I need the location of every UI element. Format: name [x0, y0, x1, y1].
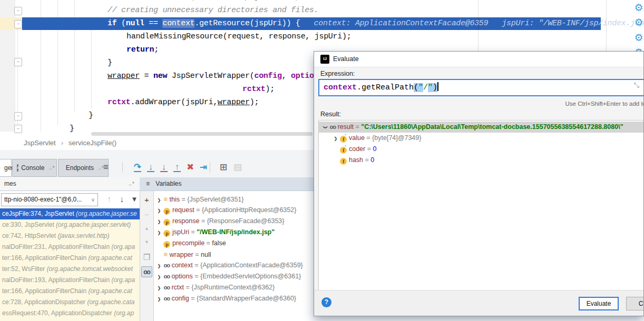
parameter-icon: p	[163, 219, 170, 226]
variable-row[interactable]: ❯ oo rctxt = {JspRuntimeContext@6362}	[154, 282, 314, 293]
variable-row[interactable]: ❯ ≡ this = {JspServlet@6351}	[154, 194, 314, 205]
tab-ger[interactable]: ger	[0, 159, 12, 177]
parameter-icon: p	[163, 230, 170, 237]
frame-package: (org.apache.cat	[88, 287, 132, 295]
variable-row[interactable]: ❯ oo options = {EmbeddedServletOptions@6…	[154, 271, 314, 282]
right-margin-guide-segment	[478, 17, 479, 30]
move-up-icon[interactable]: ▲	[141, 223, 152, 234]
tab-label: Console	[21, 164, 44, 172]
copy-icon[interactable]: ❐	[141, 252, 152, 263]
result-label: Result:	[320, 111, 341, 118]
frame-row[interactable]: ceJspFile:374, JspServlet (org.apache.ja…	[0, 208, 140, 219]
variable-name: rctxt	[171, 284, 184, 291]
this-variable-icon: ≡	[163, 194, 168, 205]
force-step-into-icon[interactable]: ↓	[158, 162, 170, 173]
code-line[interactable]: }	[70, 123, 74, 135]
expression-input[interactable]: context.getRealPath("/")	[318, 79, 644, 96]
frame-location: ce:742, HttpServlet	[2, 232, 57, 239]
drop-frame-icon[interactable]: ✖	[184, 162, 196, 173]
frame-package: (javax.servlet.http)	[57, 232, 109, 239]
variable-row[interactable]: ≡ wrapper = null	[154, 249, 314, 260]
horizontal-scrollbar[interactable]	[91, 132, 313, 136]
step-into-icon[interactable]: ↓	[145, 162, 157, 173]
glasses-icon: oo	[163, 293, 169, 304]
result-row[interactable]: ❯ f value = {byte[74]@7349}	[319, 133, 644, 144]
code-line[interactable]: rctxt.addWrapper(jspUri,wrapper);	[108, 96, 259, 109]
tree-collapsed-chevron: ❯	[157, 228, 161, 238]
tab-console[interactable]: ›Console→*	[12, 159, 57, 177]
frame-row[interactable]: ard:403, ApplicationDispatcher (org.apac…	[0, 319, 140, 321]
frame-row[interactable]: essRequest:470, ApplicationDispatcher (o…	[0, 308, 140, 319]
final-field-icon: f	[340, 136, 347, 143]
frame-row[interactable]: nalDoFilter:231, ApplicationFilterChain …	[0, 242, 140, 253]
fold-marker[interactable]: −	[14, 20, 22, 28]
gear-icon[interactable]: ⚙	[633, 17, 644, 28]
gear-icon[interactable]: ⚙	[633, 33, 644, 43]
hamburger-icon[interactable]: ≡	[146, 180, 150, 187]
code-line[interactable]: return;	[126, 44, 159, 56]
variable-row[interactable]: p precompile = false	[154, 238, 314, 249]
result-row[interactable]: ❯ oo result = "C:\Users\11860\AppData\Lo…	[319, 122, 644, 133]
breadcrumb-method[interactable]: serviceJspFile()	[69, 139, 116, 147]
step-over-icon[interactable]: ↷	[132, 162, 143, 173]
frame-location: nalDoFilter:193, ApplicationFilterChain	[2, 276, 111, 284]
glasses-icon[interactable]: oo	[141, 266, 152, 277]
frame-up-icon[interactable]: ↑	[103, 193, 115, 206]
evaluate-expression-icon[interactable]: ⊞	[218, 162, 229, 173]
code-line[interactable]: rctxt);	[242, 83, 275, 96]
variable-name: coder	[349, 145, 365, 153]
result-row[interactable]: f coder = 0	[319, 144, 644, 155]
variable-row[interactable]: ❯ p request = {ApplicationHttpRequest@63…	[154, 205, 314, 216]
frame-row[interactable]: nalDoFilter:193, ApplicationFilterChain …	[0, 275, 140, 286]
frame-row[interactable]: ter:166, ApplicationFilterChain (org.apa…	[0, 286, 140, 297]
frames-list: ceJspFile:374, JspServlet (org.apache.ja…	[0, 208, 140, 321]
thread-dropdown[interactable]: ttp-nio-8080-exec-1"@6,0... ∨	[1, 193, 98, 206]
tree-collapsed-chevron: ❯	[157, 206, 161, 216]
fold-marker[interactable]: −	[14, 58, 22, 66]
fold-marker[interactable]: −	[14, 7, 22, 15]
dialog-titlebar[interactable]: IJ Evaluate	[314, 52, 643, 67]
filter-funnel-icon[interactable]: ▼	[129, 193, 140, 206]
add-watch-icon[interactable]: +	[141, 194, 152, 205]
expand-icon[interactable]: ⤡	[634, 81, 639, 89]
variable-value: {byte[74]@7349}	[372, 134, 421, 142]
dialog-footer: ? Evaluate Close	[314, 290, 643, 316]
code-line[interactable]: }	[108, 57, 112, 69]
move-down-icon[interactable]: ▼	[141, 237, 152, 248]
pin-icon: →*	[47, 165, 54, 171]
variable-row[interactable]: ❯ p response = {ResponseFacade@6353}	[154, 216, 314, 227]
frame-row[interactable]: ce:742, HttpServlet (javax.servlet.http)	[0, 230, 140, 242]
variable-row[interactable]: ❯ p jspUri = "/WEB-INF/jsp/index.jsp"	[154, 227, 314, 238]
tree-collapsed-chevron: ❯	[157, 195, 161, 205]
remove-watch-icon[interactable]: −	[141, 209, 152, 220]
variable-row[interactable]: ❯ oo context = {ApplicationContextFacade…	[154, 260, 314, 271]
watches-vertical-toolbar: +−▲▼❐oo	[140, 191, 154, 321]
result-row[interactable]: f hash = 0	[319, 155, 644, 166]
frame-down-icon[interactable]: ↓	[116, 193, 128, 206]
code-line[interactable]: handleMissingResource(request, response,…	[126, 31, 351, 43]
step-out-icon[interactable]: ↑	[171, 162, 183, 173]
code-line[interactable]: // Check if the requested JSP page exist…	[108, 0, 341, 4]
expression-token: )	[433, 83, 437, 92]
layout-settings-icon[interactable]: ▤	[232, 162, 243, 173]
fold-marker[interactable]: −	[14, 125, 22, 133]
execution-line[interactable]: if (null == context.getResource(jspUri))…	[22, 17, 601, 30]
run-to-cursor-icon[interactable]: ⇥	[198, 162, 209, 173]
help-icon[interactable]: ?	[321, 297, 331, 307]
hamburger-icon[interactable]: ≡	[100, 162, 112, 173]
frame-row[interactable]: ce:728, ApplicationDispatcher (org.apach…	[0, 297, 140, 308]
evaluate-button[interactable]: Evaluate	[579, 297, 619, 310]
fold-marker[interactable]: −	[14, 112, 22, 121]
frame-row[interactable]: ter:166, ApplicationFilterChain (org.apa…	[0, 253, 140, 264]
frame-row[interactable]: ce:330, JspServlet (org.apache.jasper.se…	[0, 219, 140, 230]
frame-row[interactable]: ter:52, WsFilter (org.apache.tomcat.webs…	[0, 264, 140, 275]
code-line[interactable]: }	[89, 109, 93, 122]
variable-name: hash	[349, 156, 363, 164]
variable-row[interactable]: ❯ oo config = {StandardWrapperFacade@636…	[154, 293, 314, 304]
gear-icon[interactable]: ⚙	[633, 3, 644, 13]
code-line[interactable]: // creating unnecessary directories and …	[108, 4, 318, 17]
breadcrumb-class[interactable]: JspServlet	[24, 139, 56, 147]
variable-value: {EmbeddedServletOptions@6361}	[200, 273, 301, 280]
close-button[interactable]: Close	[626, 297, 644, 310]
pin-icon[interactable]: →*	[127, 177, 134, 190]
